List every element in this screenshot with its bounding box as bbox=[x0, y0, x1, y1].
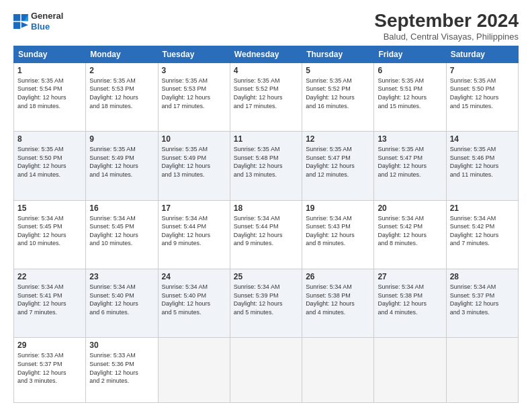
day-info: Sunrise: 5:35 AM Sunset: 5:54 PM Dayligh… bbox=[17, 77, 82, 110]
day-info: Sunrise: 5:34 AM Sunset: 5:38 PM Dayligh… bbox=[378, 283, 442, 316]
table-row: 19 Sunrise: 5:34 AM Sunset: 5:43 PM Dayl… bbox=[302, 200, 374, 269]
day-info: Sunrise: 5:34 AM Sunset: 5:39 PM Dayligh… bbox=[234, 283, 298, 316]
col-friday: Friday bbox=[374, 46, 446, 62]
day-number: 22 bbox=[17, 272, 82, 281]
day-number: 27 bbox=[378, 272, 442, 281]
day-number: 2 bbox=[89, 66, 154, 75]
month-title: September 2024 bbox=[374, 11, 519, 32]
day-number: 18 bbox=[234, 203, 298, 213]
day-info: Sunrise: 5:35 AM Sunset: 5:50 PM Dayligh… bbox=[450, 77, 515, 110]
table-row: 10 Sunrise: 5:35 AM Sunset: 5:49 PM Dayl… bbox=[158, 132, 230, 200]
table-row: 13 Sunrise: 5:35 AM Sunset: 5:47 PM Dayl… bbox=[374, 132, 446, 200]
calendar-week-1: 1 Sunrise: 5:35 AM Sunset: 5:54 PM Dayli… bbox=[14, 62, 519, 131]
table-row: 11 Sunrise: 5:35 AM Sunset: 5:48 PM Dayl… bbox=[230, 132, 302, 200]
table-row: 21 Sunrise: 5:34 AM Sunset: 5:42 PM Dayl… bbox=[446, 200, 518, 269]
day-info: Sunrise: 5:35 AM Sunset: 5:52 PM Dayligh… bbox=[234, 77, 298, 110]
table-row: 16 Sunrise: 5:34 AM Sunset: 5:45 PM Dayl… bbox=[86, 200, 158, 269]
day-info: Sunrise: 5:34 AM Sunset: 5:38 PM Dayligh… bbox=[306, 283, 370, 316]
day-info: Sunrise: 5:34 AM Sunset: 5:44 PM Dayligh… bbox=[234, 214, 298, 248]
logo-icon bbox=[13, 14, 28, 29]
calendar-table: Sunday Monday Tuesday Wednesday Thursday… bbox=[13, 46, 519, 403]
svg-rect-0 bbox=[13, 14, 20, 21]
day-info: Sunrise: 5:34 AM Sunset: 5:41 PM Dayligh… bbox=[17, 283, 82, 316]
logo: General Blue bbox=[13, 11, 63, 32]
day-number: 11 bbox=[234, 134, 298, 144]
day-number: 25 bbox=[234, 272, 298, 281]
day-info: Sunrise: 5:34 AM Sunset: 5:43 PM Dayligh… bbox=[306, 214, 370, 248]
table-row: 17 Sunrise: 5:34 AM Sunset: 5:44 PM Dayl… bbox=[158, 200, 230, 269]
calendar-week-3: 15 Sunrise: 5:34 AM Sunset: 5:45 PM Dayl… bbox=[14, 200, 519, 269]
day-info: Sunrise: 5:35 AM Sunset: 5:53 PM Dayligh… bbox=[89, 77, 154, 110]
day-number: 1 bbox=[17, 66, 82, 75]
col-saturday: Saturday bbox=[446, 46, 518, 62]
logo-text: General Blue bbox=[31, 11, 63, 32]
day-info: Sunrise: 5:34 AM Sunset: 5:40 PM Dayligh… bbox=[89, 283, 154, 316]
day-number: 13 bbox=[378, 134, 442, 144]
day-info: Sunrise: 5:33 AM Sunset: 5:37 PM Dayligh… bbox=[17, 351, 82, 385]
calendar-week-2: 8 Sunrise: 5:35 AM Sunset: 5:50 PM Dayli… bbox=[14, 132, 519, 200]
day-number: 19 bbox=[306, 203, 370, 213]
calendar-week-5: 29 Sunrise: 5:33 AM Sunset: 5:37 PM Dayl… bbox=[14, 338, 519, 403]
day-info: Sunrise: 5:34 AM Sunset: 5:42 PM Dayligh… bbox=[378, 214, 442, 248]
col-tuesday: Tuesday bbox=[158, 46, 230, 62]
table-row: 23 Sunrise: 5:34 AM Sunset: 5:40 PM Dayl… bbox=[86, 269, 158, 338]
table-row bbox=[158, 338, 230, 403]
table-row: 5 Sunrise: 5:35 AM Sunset: 5:52 PM Dayli… bbox=[302, 62, 374, 131]
col-monday: Monday bbox=[86, 46, 158, 62]
day-number: 6 bbox=[378, 66, 442, 75]
day-number: 5 bbox=[306, 66, 370, 75]
day-number: 24 bbox=[162, 272, 226, 281]
table-row: 9 Sunrise: 5:35 AM Sunset: 5:49 PM Dayli… bbox=[86, 132, 158, 200]
calendar-week-4: 22 Sunrise: 5:34 AM Sunset: 5:41 PM Dayl… bbox=[14, 269, 519, 338]
col-sunday: Sunday bbox=[14, 46, 86, 62]
location-subtitle: Balud, Central Visayas, Philippines bbox=[374, 32, 519, 42]
table-row bbox=[302, 338, 374, 403]
table-row: 24 Sunrise: 5:34 AM Sunset: 5:40 PM Dayl… bbox=[158, 269, 230, 338]
table-row: 25 Sunrise: 5:34 AM Sunset: 5:39 PM Dayl… bbox=[230, 269, 302, 338]
table-row: 2 Sunrise: 5:35 AM Sunset: 5:53 PM Dayli… bbox=[86, 62, 158, 131]
table-row: 6 Sunrise: 5:35 AM Sunset: 5:51 PM Dayli… bbox=[374, 62, 446, 131]
table-row: 18 Sunrise: 5:34 AM Sunset: 5:44 PM Dayl… bbox=[230, 200, 302, 269]
table-row bbox=[446, 338, 518, 403]
day-number: 15 bbox=[17, 203, 82, 213]
day-number: 16 bbox=[89, 203, 154, 213]
table-row: 8 Sunrise: 5:35 AM Sunset: 5:50 PM Dayli… bbox=[14, 132, 86, 200]
table-row: 26 Sunrise: 5:34 AM Sunset: 5:38 PM Dayl… bbox=[302, 269, 374, 338]
table-row: 30 Sunrise: 5:33 AM Sunset: 5:36 PM Dayl… bbox=[86, 338, 158, 403]
svg-rect-2 bbox=[13, 21, 20, 28]
table-row: 20 Sunrise: 5:34 AM Sunset: 5:42 PM Dayl… bbox=[374, 200, 446, 269]
col-thursday: Thursday bbox=[302, 46, 374, 62]
table-row: 28 Sunrise: 5:34 AM Sunset: 5:37 PM Dayl… bbox=[446, 269, 518, 338]
table-row: 22 Sunrise: 5:34 AM Sunset: 5:41 PM Dayl… bbox=[14, 269, 86, 338]
table-row bbox=[374, 338, 446, 403]
day-number: 26 bbox=[306, 272, 370, 281]
day-number: 17 bbox=[162, 203, 226, 213]
day-info: Sunrise: 5:35 AM Sunset: 5:49 PM Dayligh… bbox=[162, 145, 226, 179]
table-row: 3 Sunrise: 5:35 AM Sunset: 5:53 PM Dayli… bbox=[158, 62, 230, 131]
title-block: September 2024 Balud, Central Visayas, P… bbox=[374, 11, 519, 42]
day-info: Sunrise: 5:35 AM Sunset: 5:48 PM Dayligh… bbox=[234, 145, 298, 179]
day-info: Sunrise: 5:35 AM Sunset: 5:46 PM Dayligh… bbox=[450, 145, 515, 179]
day-info: Sunrise: 5:35 AM Sunset: 5:51 PM Dayligh… bbox=[378, 77, 442, 110]
day-info: Sunrise: 5:34 AM Sunset: 5:37 PM Dayligh… bbox=[450, 283, 515, 316]
day-info: Sunrise: 5:35 AM Sunset: 5:53 PM Dayligh… bbox=[162, 77, 226, 110]
day-number: 8 bbox=[17, 134, 82, 144]
day-info: Sunrise: 5:35 AM Sunset: 5:50 PM Dayligh… bbox=[17, 145, 82, 179]
day-info: Sunrise: 5:33 AM Sunset: 5:36 PM Dayligh… bbox=[89, 351, 154, 385]
day-number: 29 bbox=[17, 340, 82, 350]
svg-marker-3 bbox=[21, 21, 28, 28]
day-number: 14 bbox=[450, 134, 515, 144]
logo-general: General bbox=[31, 11, 63, 21]
page: General Blue September 2024 Balud, Centr… bbox=[0, 0, 532, 411]
day-number: 10 bbox=[162, 134, 226, 144]
table-row: 15 Sunrise: 5:34 AM Sunset: 5:45 PM Dayl… bbox=[14, 200, 86, 269]
day-info: Sunrise: 5:35 AM Sunset: 5:52 PM Dayligh… bbox=[306, 77, 370, 110]
table-row: 29 Sunrise: 5:33 AM Sunset: 5:37 PM Dayl… bbox=[14, 338, 86, 403]
day-info: Sunrise: 5:35 AM Sunset: 5:47 PM Dayligh… bbox=[306, 145, 370, 179]
day-number: 4 bbox=[234, 66, 298, 75]
day-number: 12 bbox=[306, 134, 370, 144]
day-number: 21 bbox=[450, 203, 515, 213]
day-number: 23 bbox=[89, 272, 154, 281]
table-row: 27 Sunrise: 5:34 AM Sunset: 5:38 PM Dayl… bbox=[374, 269, 446, 338]
table-row: 4 Sunrise: 5:35 AM Sunset: 5:52 PM Dayli… bbox=[230, 62, 302, 131]
